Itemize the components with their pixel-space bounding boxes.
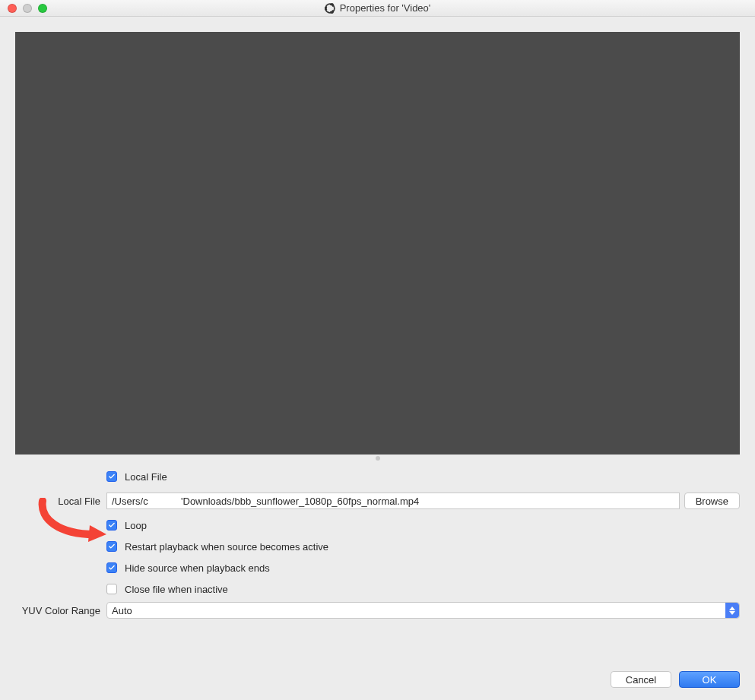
yuv-color-range-value: Auto <box>112 605 132 616</box>
local-file-checkbox[interactable] <box>106 471 117 482</box>
yuv-color-range-select[interactable]: Auto <box>106 602 740 619</box>
hide-source-label: Hide source when playback ends <box>125 562 270 574</box>
dialog-footer: Cancel OK <box>0 664 755 700</box>
browse-button[interactable]: Browse <box>684 493 740 509</box>
svg-point-1 <box>326 4 334 11</box>
loop-label: Loop <box>125 520 147 531</box>
video-preview <box>15 32 740 455</box>
resize-handle[interactable] <box>376 456 380 461</box>
close-file-label: Close file when inactive <box>125 584 228 595</box>
restart-playback-checkbox[interactable] <box>106 541 117 552</box>
loop-checkbox[interactable] <box>106 520 117 531</box>
traffic-lights <box>0 4 47 13</box>
local-file-label: Local File <box>15 496 106 507</box>
minimize-window-button[interactable] <box>23 4 32 13</box>
obs-icon <box>325 3 335 14</box>
close-file-checkbox[interactable] <box>106 584 117 594</box>
ok-button[interactable]: OK <box>679 671 740 688</box>
svg-point-0 <box>325 3 335 13</box>
local-file-checkbox-label: Local File <box>125 471 167 483</box>
hide-source-checkbox[interactable] <box>106 562 117 573</box>
window-title: Properties for 'Video' <box>340 2 431 14</box>
restart-playback-label: Restart playback when source becomes act… <box>125 541 328 553</box>
chevron-updown-icon <box>725 603 739 618</box>
titlebar: Properties for 'Video' <box>0 0 755 17</box>
yuv-color-range-label: YUV Color Range <box>15 605 106 616</box>
properties-form: Local File Local File Browse Loop <box>0 462 755 623</box>
close-window-button[interactable] <box>8 4 17 13</box>
maximize-window-button[interactable] <box>38 4 47 13</box>
local-file-input[interactable] <box>106 493 680 509</box>
cancel-button[interactable]: Cancel <box>611 671 671 688</box>
preview-area <box>0 17 755 462</box>
